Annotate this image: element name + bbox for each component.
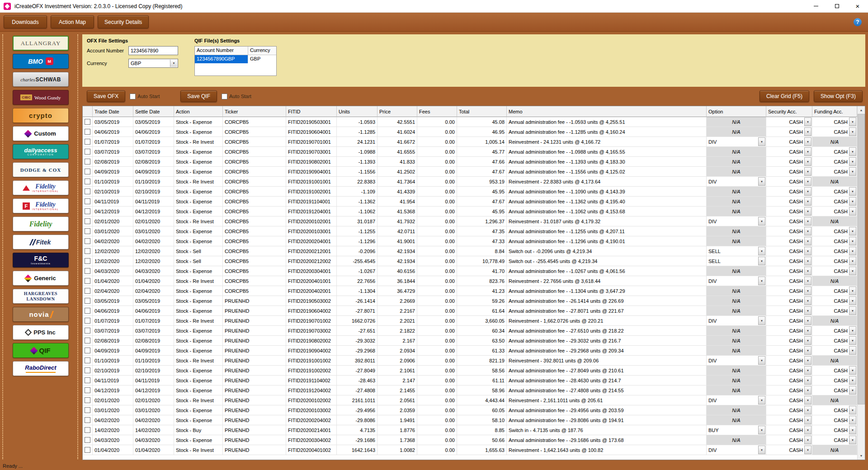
col-trade-date[interactable]: Trade Date (93, 106, 133, 117)
option-select[interactable]: DIV▼ (707, 445, 766, 455)
sidebar-item-dodge-cox[interactable]: DODGE & COX (13, 162, 69, 177)
sidebar-item-custom[interactable]: Custom (13, 126, 69, 141)
option-select[interactable]: DIV▼ (707, 316, 766, 326)
security-acc-select[interactable]: CASH▼ (766, 157, 812, 167)
auto-start-ofx[interactable]: Auto Start (130, 94, 160, 99)
chevron-down-icon[interactable]: ▼ (804, 217, 811, 226)
security-acc-select[interactable]: CASH▼ (766, 256, 812, 266)
row-checkbox[interactable] (85, 198, 90, 204)
option-select[interactable]: DIV▼ (707, 356, 766, 366)
funding-acc-select[interactable]: CASH▼ (812, 435, 857, 445)
chevron-down-icon[interactable]: ▼ (849, 346, 856, 355)
chevron-down-icon[interactable]: ▼ (849, 426, 856, 434)
chevron-down-icon[interactable]: ▼ (758, 217, 765, 226)
auto-start-qif-checkbox[interactable] (222, 94, 227, 99)
funding-acc-select[interactable]: CASH▼ (812, 425, 857, 435)
chevron-down-icon[interactable]: ▼ (849, 167, 856, 176)
funding-acc-select[interactable]: CASH▼ (812, 336, 857, 346)
security-acc-select[interactable]: CASH▼ (766, 346, 812, 356)
security-acc-select[interactable]: CASH▼ (766, 415, 812, 425)
chevron-down-icon[interactable]: ▼ (849, 326, 856, 335)
chevron-down-icon[interactable]: ▼ (849, 267, 856, 275)
chevron-down-icon[interactable]: ▼ (804, 247, 811, 255)
row-checkbox[interactable] (85, 367, 90, 373)
chevron-down-icon[interactable]: ▼ (804, 386, 811, 395)
row-checkbox[interactable] (85, 159, 90, 164)
funding-acc-select[interactable]: CASH▼ (812, 226, 857, 236)
security-acc-select[interactable]: CASH▼ (766, 137, 812, 147)
row-checkbox[interactable] (85, 397, 90, 403)
col-action[interactable]: Action (174, 106, 223, 117)
security-acc-select[interactable]: CASH▼ (766, 445, 812, 455)
chevron-down-icon[interactable]: ▼ (804, 446, 811, 454)
security-acc-select[interactable]: CASH▼ (766, 216, 812, 226)
security-acc-select[interactable]: CASH▼ (766, 385, 812, 395)
funding-acc-select[interactable]: CASH▼ (812, 376, 857, 385)
row-checkbox[interactable] (85, 278, 90, 284)
option-select[interactable]: SELL▼ (707, 246, 766, 256)
row-checkbox[interactable] (85, 318, 90, 324)
funding-acc-select[interactable]: CASH▼ (812, 207, 857, 216)
sidebar-item-fidelity-international[interactable]: FidelityINTERNATIONAL (13, 180, 69, 195)
row-checkbox[interactable] (85, 218, 90, 224)
restore-button[interactable] (826, 0, 847, 12)
row-checkbox[interactable] (85, 348, 90, 353)
col-ticker[interactable]: Ticker (223, 106, 286, 117)
chevron-down-icon[interactable]: ▼ (758, 426, 765, 434)
chevron-down-icon[interactable]: ▼ (804, 277, 811, 285)
funding-acc-select[interactable]: CASH▼ (812, 366, 857, 376)
col-settle-date[interactable]: Settle Date (133, 106, 174, 117)
help-icon[interactable]: ? (854, 18, 862, 26)
funding-acc-select[interactable]: CASH▼ (812, 236, 857, 246)
sidebar-item-allangray[interactable]: ALLANGRAY (13, 36, 69, 51)
funding-acc-select[interactable]: CASH▼ (812, 326, 857, 336)
col-units[interactable]: Units (337, 106, 377, 117)
row-checkbox[interactable] (85, 298, 90, 304)
funding-acc-select[interactable]: CASH▼ (812, 385, 857, 395)
sidebar-item-novia[interactable]: novia (13, 307, 69, 322)
qif-account-row[interactable]: 1234567890GBP GBP (195, 55, 276, 63)
security-acc-select[interactable]: CASH▼ (766, 117, 812, 127)
funding-acc-select[interactable]: CASH▼ (812, 286, 857, 296)
row-checkbox[interactable] (85, 308, 90, 314)
option-select[interactable]: DIV▼ (707, 216, 766, 226)
chevron-down-icon[interactable]: ▼ (804, 237, 811, 245)
funding-acc-select[interactable]: CASH▼ (812, 117, 857, 127)
scrollbar-track[interactable] (858, 114, 865, 452)
chevron-down-icon[interactable]: ▼ (849, 296, 856, 305)
scroll-down-icon[interactable]: ▼ (858, 452, 865, 460)
chevron-down-icon[interactable]: ▼ (849, 197, 856, 206)
chevron-down-icon[interactable]: ▼ (849, 257, 856, 265)
funding-acc-select[interactable]: CASH▼ (812, 197, 857, 207)
funding-acc-select[interactable]: CASH▼ (812, 147, 857, 157)
sidebar-item-fitek[interactable]: Fitek (13, 235, 69, 249)
row-checkbox[interactable] (85, 288, 90, 294)
chevron-down-icon[interactable]: ▼ (804, 426, 811, 434)
clear-grid-button[interactable]: Clear Grid (F5) (760, 90, 809, 102)
funding-acc-select[interactable]: CASH▼ (812, 296, 857, 306)
sidebar-item-dailyaccess[interactable]: dailyaccessCORPORATION (13, 144, 69, 159)
option-select[interactable]: DIV▼ (707, 177, 766, 187)
qif-account-cell[interactable]: 1234567890GBP (195, 55, 248, 63)
security-acc-select[interactable]: CASH▼ (766, 266, 812, 276)
funding-acc-select[interactable]: CASH▼ (812, 256, 857, 266)
chevron-down-icon[interactable]: ▼ (849, 237, 856, 245)
chevron-down-icon[interactable]: ▼ (758, 396, 765, 404)
chevron-down-icon[interactable]: ▼ (804, 336, 811, 345)
sidebar-item-generic[interactable]: Generic (13, 271, 69, 286)
option-select[interactable]: SELL▼ (707, 256, 766, 266)
row-checkbox[interactable] (85, 139, 90, 145)
row-checkbox[interactable] (85, 248, 90, 254)
sidebar-item-fc-investments[interactable]: F&CInvestments (13, 253, 69, 268)
security-acc-select[interactable]: CASH▼ (766, 167, 812, 177)
chevron-down-icon[interactable]: ▼ (758, 257, 765, 265)
chevron-down-icon[interactable]: ▼ (849, 406, 856, 414)
chevron-down-icon[interactable]: ▼ (804, 306, 811, 315)
option-select[interactable]: DIV▼ (707, 137, 766, 147)
chevron-down-icon[interactable]: ▼ (804, 157, 811, 166)
security-acc-select[interactable]: CASH▼ (766, 425, 812, 435)
row-checkbox[interactable] (85, 228, 90, 234)
chevron-down-icon[interactable]: ▼ (804, 346, 811, 355)
chevron-down-icon[interactable]: ▼ (804, 296, 811, 305)
sidebar-item-charles-schwab[interactable]: charlesSCHWAB (13, 72, 69, 87)
